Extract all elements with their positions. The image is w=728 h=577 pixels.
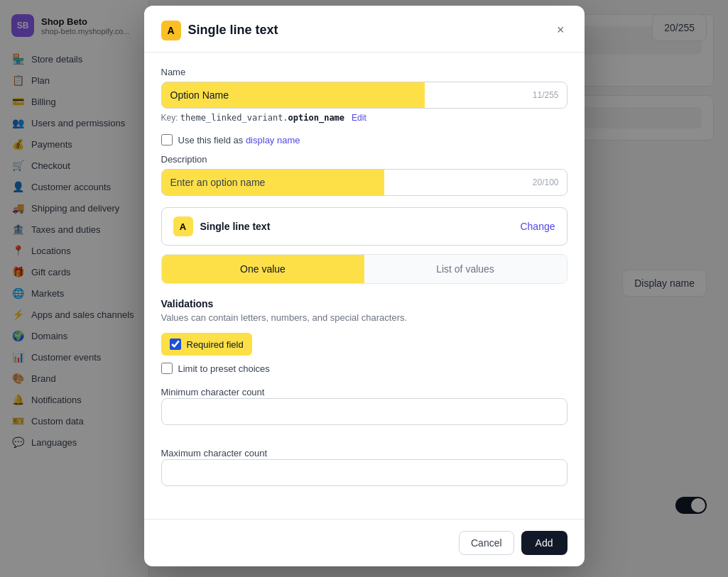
name-counter: 11/255 [533,90,559,100]
one-value-button[interactable]: One value [162,255,364,283]
name-field-group: Name 11/255 Key: theme_linked_variant.op… [161,67,567,123]
modal-title-row: A Single line text [161,21,278,40]
modal-dialog: A Single line text × Name 11/255 Key: th [144,6,585,566]
value-type-toggle-group: One value List of values [161,254,567,284]
display-name-checkbox[interactable] [161,134,173,145]
display-name-row: Use this field as display name [161,134,567,145]
modal-overlay: A Single line text × Name 11/255 Key: th [0,0,728,577]
name-input[interactable] [161,82,567,109]
required-field-label[interactable]: Required field [187,339,244,350]
type-left: A Single line text [173,216,271,236]
name-label: Name [161,67,567,77]
max-char-label: Maximum character count [161,448,268,458]
key-edit-link[interactable]: Edit [352,113,366,123]
max-char-input[interactable] [161,459,567,486]
display-name-link[interactable]: display name [246,135,300,145]
description-input-wrapper: 20/100 [161,169,567,196]
display-name-label[interactable]: Use this field as display name [178,135,300,145]
type-icon: A [173,216,193,236]
modal-body: Name 11/255 Key: theme_linked_variant.op… [144,53,585,519]
min-char-input[interactable] [161,398,567,425]
change-type-button[interactable]: Change [520,221,555,232]
limit-preset-checkbox[interactable] [161,363,173,374]
modal-header: A Single line text × [144,6,585,53]
list-of-values-button[interactable]: List of values [364,255,567,283]
description-field-group: Description 20/100 [161,154,567,196]
key-row: Key: theme_linked_variant.option_name Ed… [161,113,567,123]
key-label: Key: [161,113,178,123]
min-char-label: Minimum character count [161,387,265,397]
type-selector: A Single line text Change [161,207,567,246]
key-name: option_name [288,113,344,123]
type-name: Single line text [200,221,271,232]
description-counter: 20/100 [533,177,559,187]
modal-footer: Cancel Add [144,519,585,566]
description-input[interactable] [161,169,567,196]
add-button[interactable]: Add [521,531,567,555]
description-label: Description [161,154,567,165]
limit-preset-label[interactable]: Limit to preset choices [178,363,270,374]
cancel-button[interactable]: Cancel [459,531,514,555]
min-char-group: Minimum character count [161,385,567,435]
limit-preset-row: Limit to preset choices [161,363,567,374]
required-field-row: Required field [161,333,252,356]
modal-title: Single line text [188,23,278,38]
key-prefix: theme_linked_variant. [180,113,288,123]
required-field-checkbox[interactable] [170,339,181,350]
validations-desc: Values can contain letters, numbers, and… [161,312,567,323]
max-char-group: Maximum character count [161,446,567,496]
validations-title: Validations [161,298,567,309]
modal-close-button[interactable]: × [554,20,567,40]
modal-type-icon: A [161,21,181,40]
validations-section: Validations Values can contain letters, … [161,298,567,496]
name-input-wrapper: 11/255 [161,82,567,109]
